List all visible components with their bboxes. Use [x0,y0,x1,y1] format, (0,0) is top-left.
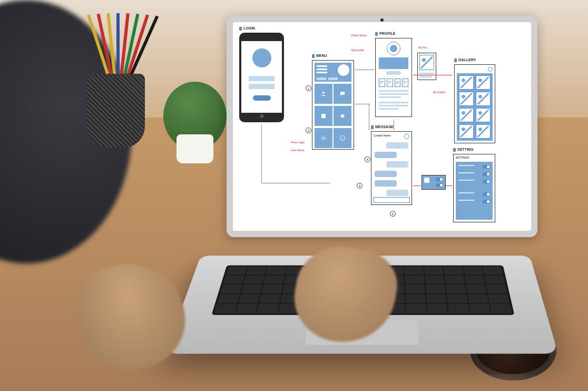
message-header: Contact Name [374,134,390,137]
svg-point-0 [322,92,325,94]
step-3: 3 [357,183,362,189]
step-1: 1 [306,85,311,91]
menu-tile-gallery [315,106,332,126]
chat-bubble [386,142,408,149]
toggle-icon [483,172,490,176]
toggle-icon [483,180,490,183]
ann-my-gallery: My Gallery [433,91,446,94]
message-title: MESSAGE [371,125,394,129]
pencils [92,18,150,82]
plant-pot [177,134,213,163]
ann-user-name: User Name: [291,149,305,152]
login-title: LOGIN [239,26,255,30]
svg-text:i: i [342,137,342,140]
setting-card [422,175,446,190]
login-avatar-circle [252,48,271,67]
svg-rect-1 [321,114,326,118]
gallery-grid [457,73,493,141]
menu-title: MENU [312,54,327,57]
menu-tile-gear [315,128,332,148]
menu-tile-star [334,106,351,126]
search-icon [488,67,493,72]
toggle-icon [483,200,490,203]
setting-frame: SETTINGS [453,154,495,222]
message-frame: Contact Name [371,131,412,205]
laptop-screen: LOGIN Press Login User Name: MENU [227,16,537,237]
step-4: 4 [365,157,370,162]
setting-sub: SETTINGS [456,156,469,159]
chat-bubble [375,171,397,177]
toggle-icon [483,165,490,169]
gallery-frame [454,64,495,143]
step-5: 5 [390,211,396,217]
gallery-title: GALLERY [454,58,476,62]
toggle-icon [436,178,443,181]
setting-panel [456,162,493,220]
menu-tile-chat [334,84,351,104]
search-icon [404,134,409,139]
profile-frame [375,38,412,117]
chat-bubble [386,161,408,168]
chat-bubble [375,152,397,158]
ann-edit-profile: Edit profile [351,48,364,52]
step-2: 2 [306,128,311,133]
login-phone-frame [239,33,284,122]
login-password-field [249,84,275,89]
profile-title: PROFILE [375,32,395,35]
webcam-icon [380,18,384,22]
menu-tile-user [315,84,332,104]
chat-bubble [386,190,408,196]
toggle-icon [436,183,443,187]
login-username-field [249,76,275,81]
pencil-cup [87,74,145,148]
menu-frame: i [312,60,354,150]
ann-press-login: Press Login [291,141,305,144]
profile-avatar [387,42,400,55]
login-button [253,95,271,101]
ann-public-status: Public Status [351,34,367,37]
wireframe-diagram: LOGIN Press Login User Name: MENU [233,22,531,231]
setting-title: SETTING [453,148,473,151]
menu-tile-info: i [334,128,351,148]
svg-point-2 [323,138,325,139]
chat-bubble [375,180,397,187]
message-input [373,197,410,203]
profile-side-card [417,53,436,80]
ann-myfav: My Fav [418,46,427,49]
toggle-icon [483,192,490,196]
